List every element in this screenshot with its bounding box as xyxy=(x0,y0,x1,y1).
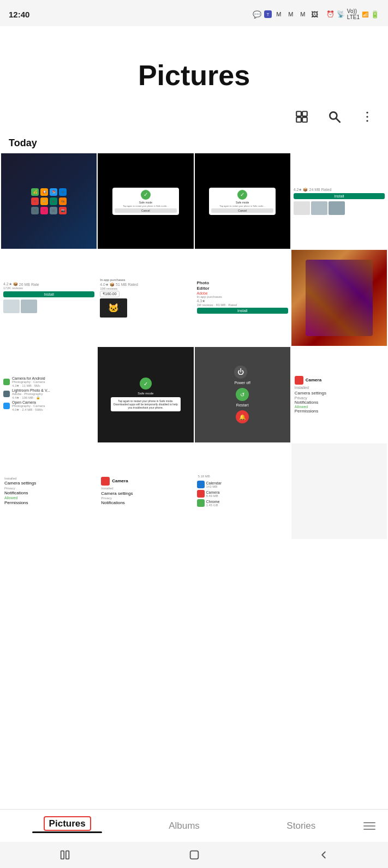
bottom-nav: Pictures Albums Stories xyxy=(0,809,388,842)
search-button[interactable] xyxy=(325,107,344,127)
photo-cell-11[interactable]: ⏻ Power off ↺ Restart 🔔 xyxy=(195,347,290,442)
safe-shield-icon: ✓ xyxy=(141,190,151,200)
calendar-icon xyxy=(197,481,205,488)
cam-name: Camera xyxy=(306,378,321,382)
home-icon xyxy=(188,849,200,861)
photos-icon: 🖼 xyxy=(310,9,320,19)
photo-cell-8[interactable] xyxy=(291,250,387,345)
safe-mode-text-3: Safe mode xyxy=(138,392,153,395)
rating-row-2: 4.2★ 📦 26 MB Rate xyxy=(3,282,39,286)
power-off-circle: ⏻ xyxy=(234,366,247,379)
photo-cell-13[interactable]: Installed Camera settings Privacy Notifi… xyxy=(1,444,97,539)
header: Pictures xyxy=(0,26,388,103)
cam-settings-label-2: Camera settings xyxy=(4,481,36,486)
svg-rect-2 xyxy=(296,117,301,122)
storage-item-calendar: Calendar 143 MB xyxy=(197,481,288,488)
photo-cell-1[interactable]: 💰 📢 📚 M A 🛒 ▶ 🛍 T T G 📷 xyxy=(1,153,97,249)
app-mini-1: 💰 xyxy=(31,188,39,196)
back-button[interactable] xyxy=(312,843,336,867)
hotspot-icon: 📡 xyxy=(337,10,345,18)
photo-cell-15[interactable]: 5.18 MB Calendar 143 MB Camera 8.49 MB C… xyxy=(195,444,290,539)
app-mini-6: 🛒 xyxy=(40,197,48,205)
notif-label-2: Notifications xyxy=(4,490,28,495)
cam-allowed-label: Allowed xyxy=(295,405,308,409)
app-mini-3: 📚 xyxy=(50,188,57,196)
fabric-image xyxy=(291,250,387,345)
privacy-label-3: Privacy xyxy=(101,496,112,500)
restart-circle: ↺ xyxy=(236,388,249,401)
bell-circle: 🔔 xyxy=(236,410,249,423)
more-options-icon xyxy=(360,110,374,124)
search-icon xyxy=(327,110,342,124)
cam-item-open: Open Camera Photography · Camera 4.0★ · … xyxy=(3,400,45,411)
toolbar xyxy=(0,103,388,131)
multiselect-button[interactable] xyxy=(292,107,312,127)
svg-point-7 xyxy=(366,116,368,117)
photo-cell-2[interactable]: ✓ Safe modeTap again to restart your pho… xyxy=(98,153,193,249)
photo-grid: 💰 📢 📚 M A 🛒 ▶ 🛍 T T G 📷 ✓ Safe modeTap a… xyxy=(0,153,388,539)
reviews-count-2: 198 reviews xyxy=(100,287,117,290)
photo-cell-6[interactable]: In-app purchases 4.0★ 📦 51 MB Rated 198 … xyxy=(98,250,193,345)
price-tag: ₹160.00 xyxy=(100,291,119,297)
recent-apps-button[interactable] xyxy=(53,843,77,867)
app-mini-5: A xyxy=(31,197,39,205)
perm-label-2: Permissions xyxy=(4,500,28,505)
teams-icon: T xyxy=(264,10,272,18)
safe-shield-icon-2: ✓ xyxy=(237,190,247,200)
safe-mode-text: Safe modeTap again to restart your phone… xyxy=(115,201,177,207)
tab-stories[interactable]: Stories xyxy=(243,818,360,834)
app-mini-8: 🛍 xyxy=(59,197,67,205)
back-icon xyxy=(318,849,330,861)
install-btn-3: Install xyxy=(197,308,288,314)
battery-icon: 🔋 xyxy=(371,10,379,19)
photo-cell-12[interactable]: Camera Installed Camera settings Privacy… xyxy=(291,347,387,442)
photo-cell-10[interactable]: ✓ Safe mode Tap again to restart your ph… xyxy=(98,347,193,442)
cam-notif-label: Notifications xyxy=(295,400,319,405)
rating-row-4: 4.3★ xyxy=(197,299,206,303)
cam-name-2: Camera xyxy=(112,478,128,483)
recent-apps-icon xyxy=(59,849,71,861)
camera-storage-icon xyxy=(197,490,205,498)
photo-cell-3[interactable]: ✓ Safe modeTap again to restart your pho… xyxy=(195,153,290,249)
photo-cell-14[interactable]: Camera Installed Camera settings Privacy… xyxy=(98,444,193,539)
cam-settings-label-3: Camera settings xyxy=(101,491,133,496)
camera-red-icon xyxy=(295,376,303,385)
install-btn-2: Install xyxy=(3,291,94,297)
cancel-btn-mini-2: Cancel xyxy=(211,208,274,213)
chrome-storage-icon xyxy=(197,499,205,507)
svg-rect-0 xyxy=(296,111,301,116)
photo-cell-9[interactable]: Camera for Android Photography · Camera … xyxy=(1,347,97,442)
cam-header: Camera xyxy=(295,376,321,385)
photo-editor-title2: Editor xyxy=(197,286,210,291)
install-btn-1: Install xyxy=(294,193,385,199)
photo-cell-5[interactable]: 4.2★ 📦 26 MB Rate 172K reviews Install xyxy=(1,250,97,345)
svg-rect-1 xyxy=(302,111,307,116)
more-options-button[interactable] xyxy=(357,107,377,127)
tab-pictures[interactable]: Pictures xyxy=(9,816,126,835)
photo-cell-16[interactable] xyxy=(291,444,387,539)
photo-cell-7[interactable]: Photo Editor Adobe In-app purchases 4.3★… xyxy=(195,250,290,345)
svg-rect-3 xyxy=(302,117,307,122)
multiselect-icon xyxy=(295,110,309,124)
photo-cell-4[interactable]: 4.2★ 📦 24 MB Rated Install xyxy=(291,153,387,249)
albums-tab-label: Albums xyxy=(169,821,200,831)
installed-label-2: Installed xyxy=(4,477,16,480)
storage-item-camera: Camera 8.49 MB xyxy=(197,490,288,498)
tab-albums[interactable]: Albums xyxy=(126,818,242,834)
storage-header: 5.18 MB xyxy=(197,474,211,479)
home-button[interactable] xyxy=(182,843,206,867)
gmail-icon: M xyxy=(274,9,284,19)
cam-header-2: Camera xyxy=(101,477,128,486)
app-screenshots-1 xyxy=(294,201,345,215)
pictures-tab-label[interactable]: Pictures xyxy=(44,816,91,831)
cam-dot-open xyxy=(3,403,10,409)
nav-menu-button[interactable] xyxy=(360,822,379,830)
app-mini-11: G xyxy=(50,207,57,214)
cam-settings-label: Camera settings xyxy=(295,391,326,396)
status-icons: 💬 T M M M 🖼 ⏰ 📡 Vo))LTE1 📶 🔋 xyxy=(252,8,379,20)
svg-rect-10 xyxy=(65,851,69,859)
in-app-label-2: In-app purchases xyxy=(197,295,222,298)
app-mini-12: 📷 xyxy=(59,207,67,214)
signal-icon: 📶 xyxy=(362,11,368,17)
in-app-label: In-app purchases xyxy=(100,278,125,282)
